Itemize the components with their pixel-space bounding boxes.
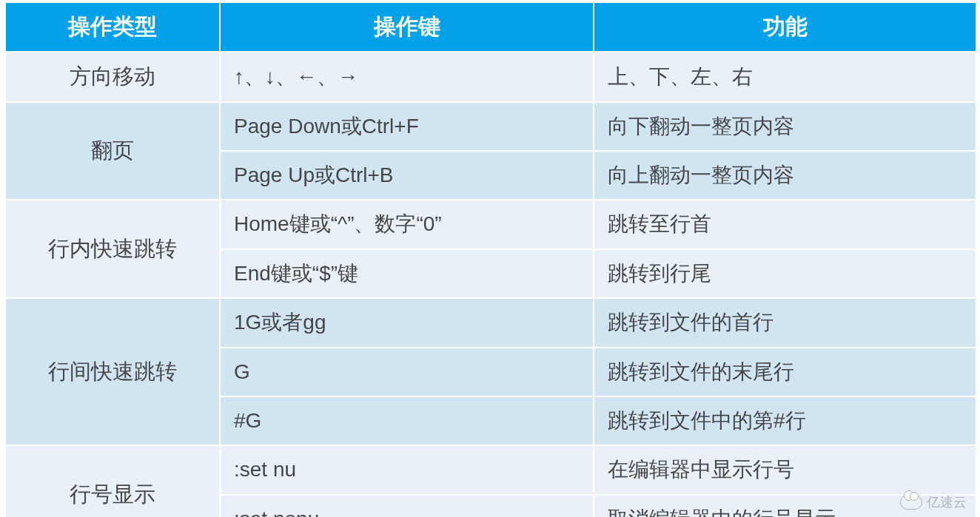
table-row: 行内快速跳转Home键或“^”、数字“0”跳转至行首 (5, 200, 976, 249)
func-cell: 在编辑器中显示行号 (594, 445, 976, 494)
key-cell: :set nu (220, 445, 594, 494)
func-cell: 上、下、左、右 (594, 52, 976, 102)
vim-shortcuts-table: 操作类型 操作键 功能 方向移动↑、↓、←、→上、下、左、右翻页Page Dow… (4, 1, 977, 517)
func-cell: 取消编辑器中的行号显示 (594, 495, 976, 517)
table-row: 翻页Page Down或Ctrl+F向下翻动一整页内容 (5, 102, 976, 151)
key-cell: Page Down或Ctrl+F (220, 102, 594, 151)
header-key: 操作键 (220, 2, 594, 52)
func-cell: 跳转到行尾 (594, 249, 976, 298)
category-cell: 行间快速跳转 (5, 298, 220, 445)
key-cell: Home键或“^”、数字“0” (220, 200, 594, 249)
header-type: 操作类型 (5, 2, 220, 52)
header-func: 功能 (594, 2, 976, 52)
key-cell: 1G或者gg (220, 298, 594, 347)
func-cell: 跳转至行首 (594, 200, 976, 249)
func-cell: 向下翻动一整页内容 (594, 102, 976, 151)
category-cell: 方向移动 (5, 52, 220, 102)
key-cell: ↑、↓、←、→ (220, 52, 594, 102)
func-cell: 跳转到文件的末尾行 (594, 348, 976, 396)
table-header-row: 操作类型 操作键 功能 (5, 2, 976, 52)
category-cell: 行内快速跳转 (5, 200, 220, 298)
func-cell: 向上翻动一整页内容 (594, 151, 976, 200)
table-body: 方向移动↑、↓、←、→上、下、左、右翻页Page Down或Ctrl+F向下翻动… (5, 52, 976, 517)
category-cell: 翻页 (5, 102, 220, 200)
key-cell: Page Up或Ctrl+B (220, 151, 594, 200)
key-cell: G (220, 348, 594, 396)
key-cell: End键或“$”键 (220, 249, 594, 298)
func-cell: 跳转到文件中的第#行 (594, 396, 976, 445)
table-row: 行间快速跳转1G或者gg跳转到文件的首行 (5, 298, 976, 347)
key-cell: #G (220, 396, 594, 445)
table-row: 方向移动↑、↓、←、→上、下、左、右 (5, 52, 976, 102)
table-row: 行号显示:set nu在编辑器中显示行号 (5, 445, 976, 494)
category-cell: 行号显示 (5, 445, 220, 517)
func-cell: 跳转到文件的首行 (594, 298, 976, 347)
key-cell: :set nonu (220, 495, 594, 517)
